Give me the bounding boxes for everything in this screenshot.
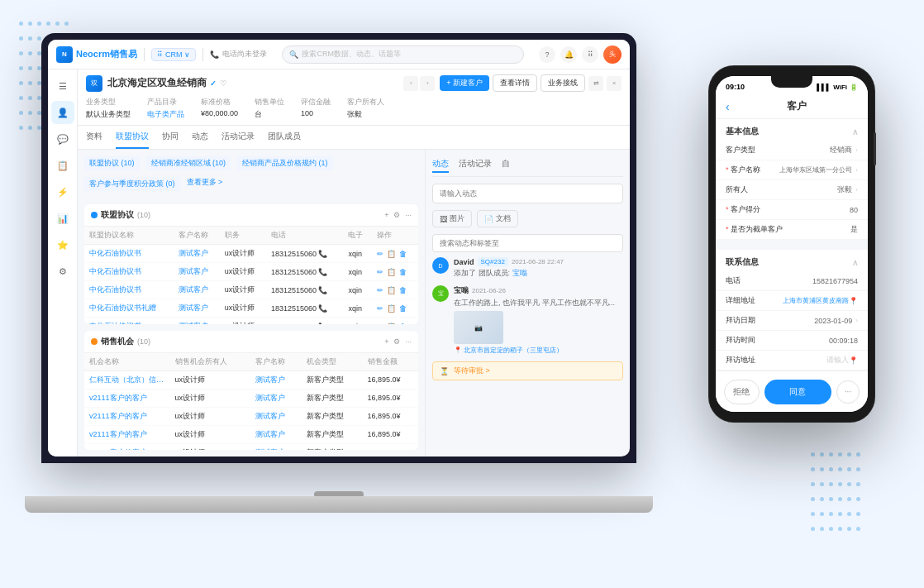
alliance-name-cell[interactable]: 中化石油协议书 [84,281,174,299]
alliance-name-cell[interactable]: 中化石油协议书 [84,318,174,324]
edit-icon[interactable]: ✏ [377,323,383,324]
phone-back-button[interactable]: ‹ [726,100,730,113]
subtab-distributor-area[interactable]: 经销商准经销区域 (10) [146,156,231,170]
customer-name-cell[interactable]: 测试客户 [174,299,220,318]
apps-button[interactable]: ⠿ [582,46,598,63]
phone-field-address[interactable]: 详细地址 上海市黄浦区黄皮南路 📍 [716,291,868,311]
alliance-name-cell[interactable]: 中化石油协议书礼赠 [84,299,174,318]
search-bar[interactable]: 🔍 搜索CRM数据、动态、话题等 [282,45,524,64]
copy-icon[interactable]: 📋 [387,323,396,324]
tab-alliance[interactable]: 联盟协议 [116,126,149,149]
edit-icon[interactable]: ✏ [377,286,383,294]
opp-name-cell[interactable]: v2111客户的客户 [84,389,170,407]
customer-name-cell[interactable]: 测试客户 [174,318,220,324]
approve-button[interactable]: 同意 [764,380,831,404]
delete-icon[interactable]: 🗑 [399,268,407,276]
phone-field-visit-time[interactable]: 拜访时间 00:09:18 [716,331,868,351]
new-customer-button[interactable]: + 新建客户 [440,75,489,91]
copy-icon[interactable]: 📋 [387,304,396,313]
sidebar-item-settings[interactable]: ⚙ [51,260,74,283]
sidebar-item-menu[interactable]: ☰ [51,74,74,98]
edit-icon[interactable]: ✏ [377,250,383,258]
sales-add-icon[interactable]: + [384,337,388,346]
opp-customer-cell[interactable]: 测试客户 [250,407,302,425]
tab-activity[interactable]: 活动记录 [221,126,255,149]
sidebar-item-reports[interactable]: 📊 [51,207,74,230]
next-arrow[interactable]: › [420,76,435,91]
alliance-settings-icon[interactable]: ⚙ [393,211,400,219]
delete-icon[interactable]: 🗑 [399,304,407,313]
phone-field-visit-address[interactable]: 拜访地址 请输入 📍 [716,351,868,370]
notification-button[interactable]: 🔔 [560,46,577,63]
favorite-icon[interactable]: ♡ [220,79,226,88]
tab-profile[interactable]: 资料 [86,126,102,149]
opp-customer-cell[interactable]: 测试客户 [250,443,302,450]
opp-name-cell[interactable]: v2111客户的客户 [84,425,170,443]
subtab-alliance[interactable]: 联盟协议 (10) [84,156,140,170]
delete-icon[interactable]: 🗑 [399,286,407,294]
sidebar-item-activity[interactable]: ⚡ [51,180,74,203]
delete-icon[interactable]: 🗑 [399,250,407,258]
sidebar-item-contacts[interactable]: 👤 [51,101,74,124]
tab-dynamic[interactable]: 动态 [192,126,208,149]
right-tab-other[interactable]: 自 [502,156,510,173]
opp-customer-cell[interactable]: 测试客户 [250,425,302,443]
edit-icon[interactable]: ✏ [377,304,383,313]
delete-icon[interactable]: 🗑 [399,323,407,324]
more-subtabs[interactable]: 查看更多 > [187,177,223,191]
right-tab-dynamic[interactable]: 动态 [432,156,449,173]
activity-search[interactable] [432,234,623,252]
subtab-customer-policy[interactable]: 客户参与季度积分政策 (0) [84,177,180,191]
layout-toggle[interactable]: ⇄ [588,76,603,91]
subtab-product-price[interactable]: 经销商产品及价格规约 (1) [237,156,333,170]
tab-cooperation[interactable]: 协同 [162,126,179,149]
customer-name-cell[interactable]: 测试客户 [174,263,220,281]
module-tag[interactable]: ⠿ CRM ∨ [151,48,197,61]
phone-field-visit-date[interactable]: 拜访日期 2023-01-09 › [716,311,868,331]
alliance-more-icon[interactable]: ··· [405,211,412,219]
phone-field-single-customer[interactable]: 是否为截单客户 是 [716,220,868,240]
copy-icon[interactable]: 📋 [387,250,396,258]
copy-icon[interactable]: 📋 [387,286,396,294]
customer-name-cell[interactable]: 测试客户 [174,281,220,299]
help-button[interactable]: ? [539,46,555,63]
business-record-button[interactable]: 业务接线 [541,74,585,92]
copy-icon[interactable]: 📋 [387,268,396,276]
contact-collapse-icon[interactable]: ∧ [852,258,858,267]
phone-field-owner[interactable]: 所有人 张毅 › [716,180,868,200]
phone-field-customer-name[interactable]: 客户名称 上海华东区域第一分公司 › [716,160,868,180]
opp-name-cell[interactable]: 仁科互动（北京）信息科技有限公司的客户 [84,370,170,389]
alliance-name-cell[interactable]: 中化石油协议书 [84,245,174,263]
right-tab-activity[interactable]: 活动记录 [459,156,492,173]
reject-button[interactable]: 拒绝 [724,380,760,404]
opp-customer-cell[interactable]: 测试客户 [250,370,302,389]
tab-team[interactable]: 团队成员 [268,126,301,149]
opp-customer-cell[interactable]: 测试客户 [250,389,302,407]
sales-settings-icon[interactable]: ⚙ [393,337,400,346]
customer-name-cell[interactable]: 测试客户 [174,245,220,263]
phone-field-customer-type[interactable]: 客户类型 经销商 › [716,141,868,160]
close-button[interactable]: × [607,76,622,91]
sidebar-item-chat[interactable]: 💬 [51,127,74,151]
collapse-icon[interactable]: ∧ [852,127,858,136]
activity-header-baoweng: 宝嗡 2021-06-26 [454,285,623,296]
sidebar-item-tasks[interactable]: 📋 [51,154,74,177]
field-value-container-visit-date: 2023-01-09 › [814,317,858,325]
phone-field-score[interactable]: 客户得分 80 [716,200,868,220]
alliance-add-icon[interactable]: + [384,211,388,219]
image-upload-button[interactable]: 🖼 图片 [432,210,472,227]
edit-icon[interactable]: ✏ [377,268,383,276]
alliance-name-cell[interactable]: 中化石油协议书 [84,263,174,281]
sales-more-icon[interactable]: ··· [405,337,412,346]
sidebar-item-favorites[interactable]: ⭐ [51,233,74,256]
prev-arrow[interactable]: ‹ [403,76,418,91]
field-product-catalog-value[interactable]: 电子类产品 [147,109,184,120]
activity-input[interactable] [432,184,623,203]
opp-name-cell[interactable]: v2111客户的客户 [84,407,170,425]
more-options-button[interactable]: ··· [836,380,860,404]
opp-name-cell[interactable]: v2111客户的客户 [84,443,170,450]
doc-upload-button[interactable]: 📄 文档 [477,210,518,227]
phone-field-phone[interactable]: 电话 15821677954 [716,271,868,291]
user-avatar[interactable]: 头 [603,45,622,64]
view-detail-button[interactable]: 查看详情 [493,74,537,92]
